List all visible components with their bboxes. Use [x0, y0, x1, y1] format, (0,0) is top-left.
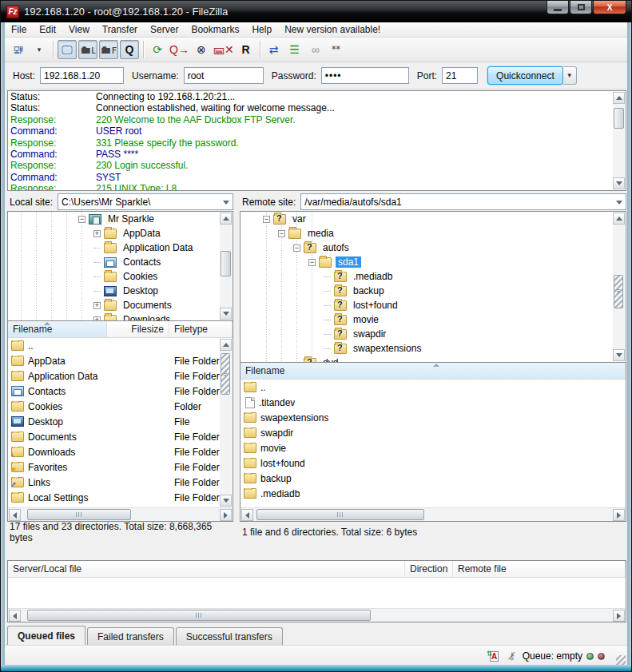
file-row-appdata[interactable]: AppDataFile Folder [8, 353, 233, 368]
local-directory-tree[interactable]: −Mr Sparkle+AppDataApplication DataConta… [7, 211, 233, 321]
tab-successful-transfers[interactable]: Successful transfers [176, 627, 283, 645]
host-input[interactable] [40, 67, 124, 84]
process-queue-button[interactable]: Q→ [169, 40, 190, 59]
menu-help[interactable]: Help [245, 22, 278, 37]
menu-view[interactable]: View [62, 22, 96, 37]
tree-item-swapdir[interactable]: ?swapdir [240, 327, 626, 341]
scroll-left-icon[interactable] [241, 509, 253, 521]
menu-server[interactable]: Server [144, 22, 185, 37]
file-row-links[interactable]: ➚LinksFile Folder [8, 475, 233, 490]
chain-link-icon[interactable]: ∞ [306, 40, 325, 59]
remote-site-combobox[interactable]: /var/media/autofs/sda1 [300, 193, 626, 210]
quickconnect-dropdown-button[interactable]: ▼ [563, 66, 577, 85]
username-input[interactable] [184, 67, 264, 84]
column-header-direction[interactable]: Direction [405, 561, 453, 577]
scroll-right-icon[interactable] [613, 509, 625, 521]
close-button[interactable]: X [593, 1, 626, 14]
message-log-scrollbar[interactable] [613, 92, 625, 189]
filter-button[interactable]: ᕯ [327, 40, 346, 59]
transfer-queue[interactable]: Server/Local file Direction Remote file [7, 560, 626, 622]
message-log[interactable]: Status:Connecting to 192.168.1.20:21...S… [7, 90, 626, 191]
file-row-swapextensions[interactable]: swapextensions [240, 410, 626, 425]
tree-item-mr-sparkle[interactable]: −Mr Sparkle [8, 212, 233, 226]
scrollbar-thumb[interactable] [256, 509, 424, 520]
scroll-right-icon[interactable] [613, 610, 625, 622]
maximize-button[interactable] [570, 1, 592, 14]
file-row-desktop[interactable]: DesktopFile [8, 414, 233, 429]
file-row-mediadb[interactable]: .mediadb [240, 486, 626, 501]
local-site-combobox[interactable]: C:\Users\Mr Sparkle\ [58, 193, 233, 210]
tree-item-swapextensions[interactable]: ?swapextensions [240, 341, 626, 356]
queue-hscrollbar[interactable] [8, 608, 626, 622]
file-row-downloads[interactable]: ↓DownloadsFile Folder [8, 444, 233, 459]
file-row-local-settings[interactable]: Local SettingsFile Folder [8, 490, 233, 505]
transfer-type-icon[interactable]: ⇅A [487, 650, 502, 662]
tree-item-contacts[interactable]: Contacts [8, 255, 233, 269]
tree-item-var[interactable]: −?var [240, 212, 626, 226]
tree-item-application-data[interactable]: Application Data [8, 241, 233, 255]
encryption-icon[interactable]: ⚷̸ [505, 650, 519, 662]
file-row-swapdir[interactable]: swapdir [240, 425, 626, 440]
column-header-server-local-file[interactable]: Server/Local file [8, 561, 405, 577]
column-header-filename[interactable]: Filename [240, 363, 626, 379]
file-row-cookies[interactable]: CookiesFolder [8, 399, 233, 414]
file-row-favorites[interactable]: ★FavoritesFile Folder [8, 459, 233, 475]
file-row-movie[interactable]: movie [240, 440, 626, 455]
remote-list-hscrollbar[interactable] [240, 507, 626, 521]
menu-file[interactable]: File [5, 22, 33, 37]
disconnect-button[interactable]: 🖴✕ [213, 40, 235, 59]
scrollbar-thumb[interactable] [27, 610, 371, 621]
scroll-left-icon[interactable] [9, 509, 21, 521]
column-header-filetype[interactable]: Filetype [169, 321, 233, 337]
site-manager-dropdown[interactable]: ▾ [30, 40, 49, 59]
cancel-button[interactable]: ⊗ [192, 40, 211, 59]
local-list-scrollbar[interactable] [220, 339, 232, 507]
scroll-left-icon[interactable] [9, 610, 21, 622]
column-header-remote-file[interactable]: Remote file [453, 561, 626, 577]
site-manager-button[interactable]: 🖳 [9, 40, 28, 59]
toggle-local-tree-button[interactable]: 🖿ʟ [78, 40, 97, 59]
tree-item-autofs[interactable]: −?autofs [240, 241, 626, 255]
scroll-up-icon[interactable] [220, 339, 232, 351]
expander-plus-icon[interactable]: + [93, 302, 101, 309]
tree-item-dvd[interactable]: ?dvd [240, 356, 626, 363]
expander-minus-icon[interactable]: − [263, 216, 270, 223]
tree-item-backup[interactable]: ?backup [240, 284, 626, 298]
reconnect-button[interactable]: R [237, 40, 256, 59]
file-row-titandev[interactable]: .titandev [240, 395, 626, 410]
directory-comparison-button[interactable]: ☰ [285, 40, 304, 59]
scroll-up-icon[interactable] [613, 92, 625, 104]
tree-item-lost-found[interactable]: ?lost+found [240, 298, 626, 312]
expander-minus-icon[interactable]: − [278, 230, 285, 237]
file-row-lost-found[interactable]: lost+found [240, 455, 626, 471]
tree-item-documents[interactable]: +Documents [8, 298, 233, 312]
remote-file-list[interactable]: Filename ...titandevswapextensionsswapdi… [240, 363, 626, 522]
tree-item-movie[interactable]: ?movie [240, 312, 626, 327]
file-row-application-data[interactable]: Application DataFile Folder [8, 368, 233, 384]
menu-edit[interactable]: Edit [33, 22, 62, 37]
scroll-down-icon[interactable] [613, 177, 625, 189]
minimize-button[interactable] [547, 1, 569, 14]
scrollbar-thumb[interactable] [614, 108, 624, 129]
scrollbar-thumb[interactable] [27, 509, 131, 520]
column-header-filesize[interactable]: Filesize [107, 321, 169, 337]
synchronized-browsing-button[interactable]: ⇄ [264, 40, 284, 59]
tree-item-media[interactable]: −media [240, 226, 626, 241]
file-row-contacts[interactable]: ContactsFile Folder [8, 384, 233, 399]
scroll-right-icon[interactable] [220, 509, 232, 521]
toggle-message-log-button[interactable]: 🖵 [58, 40, 77, 59]
tree-item-sda1[interactable]: −sda1 [240, 255, 626, 269]
local-file-list[interactable]: Filename Filesize Filetype ..AppDataFile… [7, 321, 233, 522]
remote-directory-tree[interactable]: −?var−media−?autofs−sda1?.mediadb?backup… [240, 211, 626, 363]
title-bar[interactable]: Fz 192.168.1.20 - root@192.168.1.20 - Fi… [1, 1, 632, 22]
expander-minus-icon[interactable]: − [308, 259, 316, 266]
toggle-queue-button[interactable]: Q [120, 40, 139, 59]
quickconnect-button[interactable]: Quickconnect [487, 66, 563, 85]
tree-item-cookies[interactable]: Cookies [8, 269, 233, 284]
refresh-button[interactable]: ⟳ [148, 40, 167, 59]
tab-queued-files[interactable]: Queued files [7, 626, 85, 645]
file-row-[interactable]: .. [8, 338, 233, 353]
password-input[interactable] [321, 67, 409, 84]
tab-failed-transfers[interactable]: Failed transfers [87, 627, 174, 645]
menu-transfer[interactable]: Transfer [96, 22, 144, 37]
